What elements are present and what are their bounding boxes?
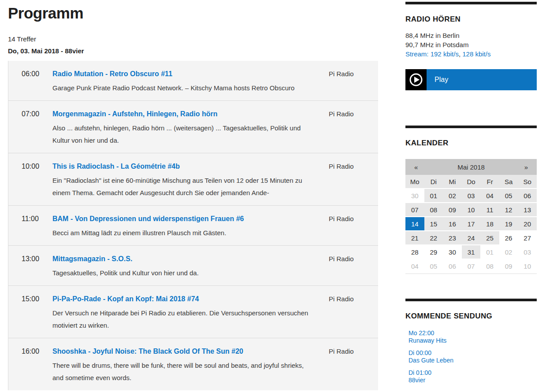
entry-time: 10:00: [8, 162, 52, 199]
radio-listen-heading: RADIO HÖREN: [405, 15, 537, 24]
entry-station-link[interactable]: Pi Radio: [310, 347, 379, 384]
entry-content: Radio Mutation - Retro Obscuro #11 Garag…: [52, 70, 310, 94]
entry-title-link[interactable]: Mittagsmagazin - S.O.S.: [52, 255, 132, 263]
play-circle-icon: [405, 69, 427, 90]
sidebar: RADIO HÖREN 88,4 MHz in Berlin 90,7 MHz …: [405, 0, 537, 389]
calendar-day[interactable]: 22: [424, 231, 443, 245]
calendar-day[interactable]: 11: [480, 203, 499, 217]
entry-station-link[interactable]: Pi Radio: [310, 255, 379, 279]
calendar-day[interactable]: 29: [424, 245, 443, 259]
calendar-day[interactable]: 13: [518, 203, 537, 217]
calendar-day[interactable]: 31: [462, 245, 481, 259]
calendar-day[interactable]: 03: [462, 189, 481, 203]
stream-links: Stream: 192 kbit/s, 128 kbit/s: [405, 49, 537, 59]
stream-link-128[interactable]: 128 kbit/s: [462, 50, 490, 58]
calendar-day[interactable]: 07: [405, 203, 424, 217]
entry-station-link[interactable]: Pi Radio: [310, 110, 379, 147]
stream-separator: ,: [459, 50, 462, 58]
entry-time: 16:00: [8, 347, 52, 384]
upcoming-title-link[interactable]: Runaway Hits: [409, 337, 537, 344]
entry-title-link[interactable]: Radio Mutation - Retro Obscuro #11: [52, 70, 172, 78]
entry-content: BAM - Von Depressionen und widerspenstig…: [52, 214, 310, 239]
date-heading: Do, 03. Mai 2018 - 88vier: [8, 47, 378, 55]
calendar-day: 10: [518, 259, 537, 274]
program-entry: 16:00 Shooshka - Joyful Noise: The Black…: [8, 338, 378, 390]
upcoming-title-link[interactable]: 88vier: [409, 377, 537, 384]
calendar-day[interactable]: 10: [462, 203, 481, 217]
entry-title-link[interactable]: Shooshka - Joyful Noise: The Black Gold …: [52, 347, 243, 356]
calendar-day[interactable]: 05: [499, 189, 518, 203]
calendar-day[interactable]: 17: [462, 217, 481, 231]
calendar-day[interactable]: 18: [480, 217, 499, 231]
calendar-day[interactable]: 27: [518, 231, 537, 245]
entry-time: 07:00: [8, 110, 52, 147]
play-button[interactable]: Play: [405, 69, 537, 90]
divider-bar: [405, 2, 537, 4]
calendar-day[interactable]: 09: [443, 203, 462, 217]
calendar-day[interactable]: 12: [499, 203, 518, 217]
upcoming-heading: KOMMENDE SENDUNG: [405, 312, 537, 321]
calendar-day-selected[interactable]: 14: [405, 217, 424, 231]
calendar-day: 30: [405, 189, 424, 203]
calendar-day: 07: [462, 259, 481, 274]
entry-time: 13:00: [8, 255, 52, 279]
calendar-day[interactable]: 25: [480, 231, 499, 245]
calendar-widget: « Mai 2018 » MoDiMiDoFrSaSo 300102030405…: [405, 159, 537, 274]
entry-station-link[interactable]: Pi Radio: [310, 295, 379, 332]
calendar-header: « Mai 2018 »: [405, 159, 537, 175]
entry-content: Mittagsmagazin - S.O.S. Tagesaktuelles, …: [52, 255, 310, 279]
calendar-day: 01: [480, 245, 499, 259]
calendar-day[interactable]: 19: [499, 217, 518, 231]
calendar-day[interactable]: 06: [518, 189, 537, 203]
calendar-day[interactable]: 15: [424, 217, 443, 231]
calendar-day[interactable]: 01: [424, 189, 443, 203]
calendar-next-button[interactable]: »: [524, 163, 537, 171]
calendar-day[interactable]: 02: [443, 189, 462, 203]
upcoming-time-link[interactable]: Mo 22:00: [409, 329, 537, 337]
entry-title-link[interactable]: Morgenmagazin - Aufstehn, Hinlegen, Radi…: [52, 110, 218, 118]
entry-title-link[interactable]: BAM - Von Depressionen und widerspenstig…: [52, 214, 244, 223]
program-entry: 15:00 Pi-Pa-Po-Rade - Kopf an Kopf: Mai …: [8, 285, 378, 338]
entry-description: Also ... aufstehn, hinlegen, Radio hörn …: [52, 122, 310, 147]
calendar-day: 09: [499, 259, 518, 274]
entry-station-link[interactable]: Pi Radio: [310, 214, 379, 239]
calendar-weekday: So: [518, 175, 537, 189]
program-entry: 10:00 This is Radioclash - La Géométrie …: [8, 153, 378, 205]
entry-description: Ein "Radioclash" ist eine 60-minütige Mi…: [52, 174, 310, 199]
upcoming-title-link[interactable]: Das Gute Leben: [409, 357, 537, 364]
calendar-day[interactable]: 16: [443, 217, 462, 231]
calendar-grid: 3001020304050607080910111213141516171819…: [405, 189, 537, 274]
entry-time: 06:00: [8, 70, 52, 94]
calendar-heading: KALENDER: [405, 139, 537, 148]
results-count: 14 Treffer: [8, 35, 378, 43]
calendar-day[interactable]: 08: [424, 203, 443, 217]
upcoming-item: Di 00:00 Das Gute Leben: [409, 349, 537, 364]
calendar-day[interactable]: 30: [443, 245, 462, 259]
calendar-day[interactable]: 23: [443, 231, 462, 245]
calendar-prev-button[interactable]: «: [405, 163, 418, 171]
calendar-day[interactable]: 21: [405, 231, 424, 245]
calendar-day[interactable]: 20: [518, 217, 537, 231]
entry-time: 11:00: [8, 214, 52, 239]
entry-time: 15:00: [8, 295, 52, 332]
upcoming-item: Di 01:00 88vier: [409, 369, 537, 384]
calendar-month-label: Mai 2018: [418, 163, 524, 171]
calendar-day[interactable]: 24: [462, 231, 481, 245]
frequency-berlin: 88,4 MHz in Berlin: [405, 31, 537, 40]
upcoming-time-link[interactable]: Di 00:00: [409, 349, 537, 357]
calendar-day[interactable]: 04: [480, 189, 499, 203]
entry-description: There will be drums, there will be funk,…: [52, 359, 310, 384]
upcoming-list: Mo 22:00 Runaway Hits Di 00:00 Das Gute …: [405, 329, 537, 384]
entry-title-link[interactable]: This is Radioclash - La Géométrie #4b: [52, 162, 180, 171]
entry-station-link[interactable]: Pi Radio: [310, 162, 379, 199]
entry-title-link[interactable]: Pi-Pa-Po-Rade - Kopf an Kopf: Mai 2018 #…: [52, 295, 199, 303]
upcoming-time-link[interactable]: Di 01:00: [409, 369, 537, 377]
calendar-day[interactable]: 28: [405, 245, 424, 259]
entry-station-link[interactable]: Pi Radio: [310, 70, 379, 94]
stream-link-192[interactable]: Stream: 192 kbit/s: [405, 50, 459, 58]
calendar-day[interactable]: 26: [499, 231, 518, 245]
radio-frequencies: 88,4 MHz in Berlin 90,7 MHz in Potsdam S…: [405, 31, 537, 59]
calendar-day: 02: [499, 245, 518, 259]
calendar-weekday: Do: [462, 175, 481, 189]
divider-bar: [405, 299, 537, 301]
